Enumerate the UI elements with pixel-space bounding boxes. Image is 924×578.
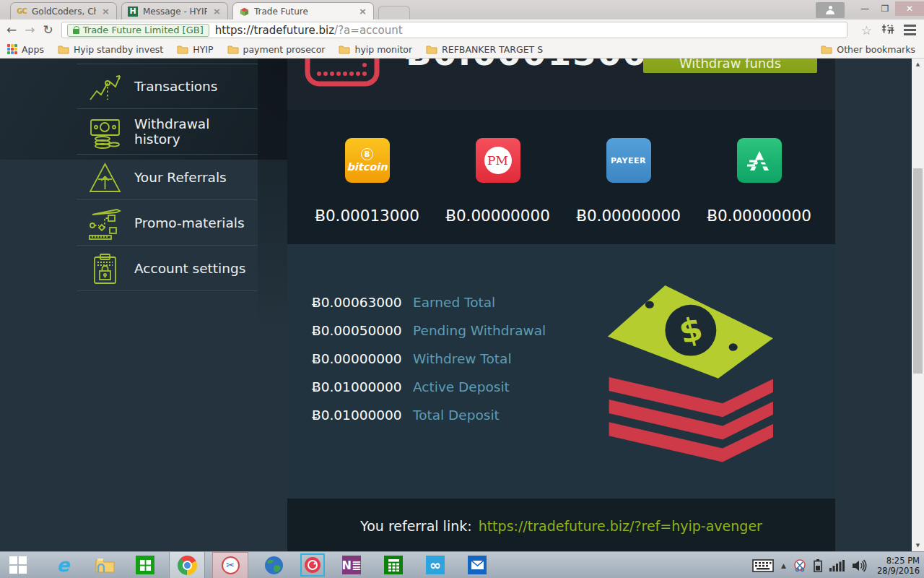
bookmarks-bar: Apps Hyip standby invest HYIP payment pr…: [0, 40, 924, 59]
tab-trade-future[interactable]: Trade Future ×: [232, 2, 374, 20]
clock-time: 8:25 PM: [877, 556, 920, 566]
bookmark-folder[interactable]: REFBANKER TARGET S: [426, 44, 543, 55]
page-scrollbar[interactable]: ▲ ▼: [912, 59, 924, 551]
stats-list: Ƀ0.00063000 Earned Total Ƀ0.00050000 Pen…: [312, 288, 546, 429]
app-button-blue[interactable]: ∞: [420, 552, 450, 578]
restore-button[interactable]: ❐: [875, 1, 895, 16]
referral-link[interactable]: https://tradefuture.biz/?ref=hyip-avenge…: [479, 518, 762, 551]
system-tray: ▲ 8:25 PM 28/9/2016: [752, 552, 920, 578]
folder-icon: [426, 45, 437, 54]
pyramid-icon: [88, 160, 122, 194]
sidebar-item-your-referrals[interactable]: Your Referrals: [77, 155, 258, 200]
address-bar[interactable]: Trade Future Limited [GB] https://tradef…: [61, 22, 847, 38]
window-controls: — ❐ ✕: [816, 0, 924, 20]
windows-store-button[interactable]: [130, 552, 160, 578]
finance-app-button[interactable]: [300, 553, 325, 577]
apps-grid-icon: [7, 44, 17, 54]
touch-keyboard-icon[interactable]: [752, 559, 774, 572]
browser-toolbar: ← → ↻ Trade Future Limited [GB] https://…: [0, 20, 924, 40]
scroll-down-arrow[interactable]: ▼: [912, 540, 924, 551]
promo-tools-icon: [88, 206, 122, 240]
web-page: Transactions Withdrawal history Your Ref…: [0, 59, 924, 551]
volume-icon[interactable]: [853, 559, 867, 572]
scroll-up-arrow[interactable]: ▲: [912, 59, 924, 70]
folder-icon: [58, 45, 69, 54]
ssl-badge[interactable]: Trade Future Limited [GB]: [67, 24, 209, 37]
payeer-icon[interactable]: PAYEER: [606, 138, 651, 183]
bookmark-star-icon[interactable]: ☆: [861, 23, 872, 38]
referral-label: You referral link:: [360, 518, 472, 551]
other-bookmarks[interactable]: Other bookmarks: [821, 44, 915, 55]
withdraw-funds-button[interactable]: Withdraw funds: [643, 59, 817, 73]
sidebar-item-label: Withdrawal history: [134, 116, 258, 147]
globe-icon: [264, 556, 284, 575]
advcash-icon[interactable]: [737, 138, 782, 183]
battery-icon[interactable]: [814, 559, 822, 572]
tab-close-icon[interactable]: ×: [357, 6, 368, 17]
new-tab-button[interactable]: [378, 6, 410, 20]
snip-tray-icon[interactable]: [793, 559, 806, 572]
show-hidden-icons-arrow[interactable]: ▲: [781, 562, 786, 569]
tab-goldcoders[interactable]: GC GoldCoders, Check Doma ×: [10, 2, 117, 20]
bookmark-folder[interactable]: Hyip standby invest: [58, 44, 163, 55]
tab-message-hyip[interactable]: H Message - HYIP - Make M ×: [121, 2, 228, 20]
bitcoin-icon[interactable]: Ƀ bitcoin: [345, 138, 390, 183]
trade-future-favicon: [238, 6, 250, 17]
start-button[interactable]: [3, 552, 33, 578]
calculator-button[interactable]: [378, 552, 409, 578]
folder-icon: [821, 45, 832, 54]
scrollbar-thumb[interactable]: [913, 168, 923, 374]
file-explorer-button[interactable]: [90, 552, 120, 578]
sidebar-item-promo-materials[interactable]: Promo-materials: [77, 200, 258, 246]
url-text: https://tradefuture.biz/?a=account: [215, 24, 403, 37]
internet-explorer-button[interactable]: e: [48, 552, 78, 578]
tab-close-icon[interactable]: ×: [100, 6, 111, 17]
back-button[interactable]: ←: [6, 24, 17, 36]
internet-explorer-icon: e: [56, 556, 69, 574]
tab-close-icon[interactable]: ×: [212, 6, 222, 17]
chrome-menu-icon[interactable]: [904, 25, 916, 35]
mail-button[interactable]: [462, 552, 492, 578]
reload-button[interactable]: ↻: [43, 24, 53, 36]
minimize-button[interactable]: —: [855, 1, 875, 16]
pinyin-extension-icon[interactable]: [881, 22, 894, 38]
stat-active-deposit: Ƀ0.01000000 Active Deposit: [312, 373, 546, 401]
bookmark-folder[interactable]: HYIP: [177, 44, 213, 55]
bookmark-folder[interactable]: hyip monitor: [339, 44, 412, 55]
windows-store-icon: [136, 556, 154, 574]
chrome-profile-button[interactable]: [816, 2, 845, 18]
referral-band: You referral link: https://tradefuture.b…: [287, 499, 835, 551]
hyip-favicon: H: [127, 6, 139, 17]
forward-button[interactable]: →: [25, 24, 35, 36]
perfect-money-icon[interactable]: PM: [476, 138, 520, 183]
chrome-taskbar-button[interactable]: [169, 552, 205, 578]
onenote-button[interactable]: N≣: [336, 552, 367, 578]
globe-app-button[interactable]: [258, 552, 289, 578]
snipping-tool-button[interactable]: ✂: [212, 552, 248, 578]
mail-icon: [468, 556, 487, 574]
wallet-balance: Ƀ0.00013000: [315, 207, 419, 225]
wallet-advcash: Ƀ0.00000000: [694, 138, 824, 244]
sidebar-item-account-settings[interactable]: Account settings: [77, 246, 258, 291]
browser-tab-strip: GC GoldCoders, Check Doma × H Message - …: [0, 0, 924, 20]
folder-icon: [339, 45, 350, 54]
wallet-payeer: PAYEER Ƀ0.00000000: [563, 138, 694, 244]
toolbar-right-icons: ☆: [861, 22, 916, 38]
account-stats-band: Ƀ0.00063000 Earned Total Ƀ0.00050000 Pen…: [287, 244, 835, 499]
folder-icon: [227, 45, 239, 54]
sidebar-item-transactions[interactable]: Transactions: [77, 64, 258, 109]
clock-date: 28/9/2016: [877, 566, 920, 576]
account-main-panel: Ƀ0.00013000 Withdraw funds Ƀ bitcoin Ƀ0.…: [287, 59, 835, 551]
clipboard-lock-icon: [88, 251, 122, 285]
stat-withdrew-total: Ƀ0.00000000 Withdrew Total: [312, 345, 546, 373]
tab-title: Trade Future: [254, 7, 353, 17]
sidebar-item-withdrawal-history[interactable]: Withdrawal history: [77, 109, 258, 155]
bookmark-folder[interactable]: payment prosecor: [227, 44, 326, 55]
sidebar-item-label: Your Referrals: [134, 170, 227, 185]
taskbar-clock[interactable]: 8:25 PM 28/9/2016: [877, 556, 920, 576]
wallet-bitcoin: Ƀ bitcoin Ƀ0.00013000: [302, 138, 432, 244]
network-signal-icon[interactable]: [829, 560, 845, 571]
money-stack-illustration: $: [593, 273, 787, 465]
close-button[interactable]: ✕: [895, 1, 924, 16]
apps-shortcut[interactable]: Apps: [7, 44, 44, 55]
